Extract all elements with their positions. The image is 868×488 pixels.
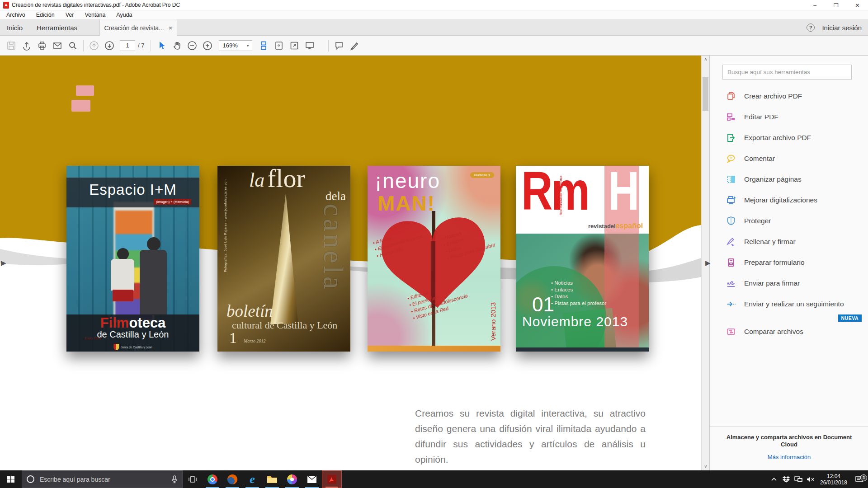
cover1-footer-white: oteca xyxy=(129,315,165,331)
screen: Creación de revistas digitales interacti… xyxy=(0,0,868,488)
tool-exportar-archivo-pdf[interactable]: Exportar archivo PDF xyxy=(726,131,811,145)
magazine-cover-flor-canela: la flor dela canela Fotografías: José Lu… xyxy=(217,166,350,352)
page-deco-rect-1 xyxy=(76,85,94,96)
menu-ventana[interactable]: Ventana xyxy=(85,12,105,18)
previous-page-icon[interactable] xyxy=(86,38,102,53)
search-icon[interactable] xyxy=(65,38,80,53)
menu-ver[interactable]: Ver xyxy=(66,12,74,18)
save-icon[interactable] xyxy=(4,38,19,53)
next-page-edge-icon[interactable]: ▶ xyxy=(705,259,711,267)
windows-taskbar: e xyxy=(0,470,868,488)
hand-tool-icon[interactable] xyxy=(169,38,184,53)
tool-mejorar-digitalizaciones[interactable]: Mejorar digitalizaciones xyxy=(726,193,817,207)
dropbox-icon[interactable] xyxy=(780,476,792,483)
scroll-up-icon[interactable]: ˄ xyxy=(702,57,710,62)
cover2-title-dela: dela xyxy=(326,189,346,203)
scroll-mode-icon[interactable] xyxy=(256,38,271,53)
nueva-badge: NUEVA xyxy=(838,314,862,322)
cover3-title-man: MAN! xyxy=(377,191,435,216)
previous-page-edge-icon[interactable]: ▶ xyxy=(1,259,6,267)
cover4-sub-gold: español xyxy=(616,222,643,230)
minimize-button[interactable]: – xyxy=(804,0,826,10)
comment-bubble-icon[interactable] xyxy=(331,38,347,53)
tab-herramientas[interactable]: Herramientas xyxy=(37,19,77,36)
next-page-icon[interactable] xyxy=(102,38,117,53)
internet-explorer-icon[interactable]: e xyxy=(242,470,262,488)
title-bar: Creación de revistas digitales interacti… xyxy=(0,0,868,10)
scroll-down-icon[interactable]: ˅ xyxy=(702,464,710,469)
zoom-in-icon[interactable] xyxy=(200,38,215,53)
zoom-level-select[interactable]: 169% ▾ xyxy=(219,40,252,51)
tool-editar-pdf[interactable]: Editar PDF xyxy=(726,110,778,124)
tool-label: Enviar y realizar un seguimiento xyxy=(744,300,844,308)
tools-search-input[interactable] xyxy=(722,65,852,80)
menu-ayuda[interactable]: Ayuda xyxy=(116,12,132,18)
select-tool-icon[interactable] xyxy=(154,38,169,53)
prepare-form-icon xyxy=(726,258,736,267)
paint-icon[interactable] xyxy=(282,470,302,488)
zoom-out-icon[interactable] xyxy=(184,38,200,53)
tool-rellenar-y-firmar[interactable]: Rellenar y firmar xyxy=(726,235,796,249)
page-total-label: / 7 xyxy=(138,42,144,49)
tool-label: Editar PDF xyxy=(744,113,778,121)
task-view-icon[interactable] xyxy=(183,470,203,488)
tool-preparar-formulario[interactable]: Preparar formulario xyxy=(726,256,805,269)
volume-muted-icon[interactable] xyxy=(804,476,816,483)
tool-enviar-para-firmar[interactable]: Enviar para firmar xyxy=(726,277,800,290)
tool-enviar-y-seguimiento[interactable]: Enviar y realizar un seguimiento xyxy=(726,297,844,311)
highlighter-icon[interactable] xyxy=(347,38,362,53)
tool-proteger[interactable]: Proteger xyxy=(726,214,771,228)
acrobat-taskbar-icon[interactable] xyxy=(322,470,342,488)
presentation-icon[interactable] xyxy=(302,38,317,53)
cover2-credit: Fotografías: José Luis Pajares · www.jos… xyxy=(224,178,227,272)
menu-edicion[interactable]: Edición xyxy=(36,12,55,18)
tool-crear-archivo-pdf[interactable]: Crear archivo PDF xyxy=(726,89,802,103)
tool-comparar-archivos[interactable]: Comparar archivos xyxy=(726,325,803,338)
tool-label: Comparar archivos xyxy=(744,328,803,336)
mas-informacion-link[interactable]: Más información xyxy=(768,454,811,460)
cover3-title-neuro: ¡neuro xyxy=(375,169,440,193)
tab-close-icon[interactable]: × xyxy=(169,24,173,32)
help-icon[interactable]: ? xyxy=(807,23,815,32)
cover1-footer-red: Film xyxy=(100,315,129,331)
hidden-icons-chevron-icon[interactable] xyxy=(768,478,780,481)
tab-document[interactable]: Creación de revista... × xyxy=(99,19,177,36)
network-display-icon[interactable] xyxy=(792,476,804,483)
menu-archivo[interactable]: Archivo xyxy=(6,12,25,18)
start-button[interactable] xyxy=(0,470,22,488)
magazine-cover-neuroman: ¡neuro MAN! Número 3 • A fondo • Experim… xyxy=(368,166,500,352)
email-icon[interactable] xyxy=(50,38,65,53)
tool-organizar-paginas[interactable]: Organizar páginas xyxy=(726,173,802,186)
file-explorer-icon[interactable] xyxy=(262,470,282,488)
cover1-girl-head xyxy=(117,248,129,260)
taskbar-search-input[interactable] xyxy=(39,475,167,483)
close-button[interactable]: ✕ xyxy=(847,0,868,10)
chrome-icon[interactable] xyxy=(203,470,222,488)
page-number-input[interactable] xyxy=(120,40,135,51)
tab-inicio[interactable]: Inicio xyxy=(7,19,23,36)
tab-bar: Inicio Herramientas Creación de revista.… xyxy=(0,19,868,36)
cover4-logo-rm: Rm xyxy=(521,166,588,222)
cover2-cultural: cultural de Castilla y León xyxy=(232,319,337,331)
pdf-page-view[interactable]: Espacio I+M (Imagen) + (Memoria) Filmote… xyxy=(0,56,701,470)
maximize-button[interactable]: ❐ xyxy=(826,0,847,10)
microphone-icon[interactable] xyxy=(171,475,178,483)
taskbar-clock[interactable]: 12:04 26/01/2018 xyxy=(816,473,851,486)
fullscreen-icon[interactable] xyxy=(287,38,302,53)
firefox-icon[interactable] xyxy=(222,470,242,488)
action-center-icon[interactable]: 3 xyxy=(851,476,868,483)
sign-in-button[interactable]: Iniciar sesión xyxy=(822,24,862,32)
mail-icon[interactable] xyxy=(302,470,322,488)
cover4-list: • Noticias • Enlaces • Datos • Pistas pa… xyxy=(551,280,606,307)
cover3-bottom-strip xyxy=(368,346,500,352)
print-icon[interactable] xyxy=(34,38,50,53)
scrollbar-thumb[interactable] xyxy=(703,77,708,111)
page-paragraph: Creamos su revista digital interactiva, … xyxy=(415,406,646,467)
upload-cloud-icon[interactable] xyxy=(19,38,34,53)
cover1-boy-body xyxy=(140,250,167,315)
taskbar-search[interactable] xyxy=(22,470,183,488)
tool-comentar[interactable]: Comentar xyxy=(726,152,775,165)
fit-page-icon[interactable] xyxy=(271,38,287,53)
cover4-logo-h: H xyxy=(608,166,639,222)
magazine-cover-espacio-im: Espacio I+M (Imagen) + (Memoria) Filmote… xyxy=(66,166,199,352)
